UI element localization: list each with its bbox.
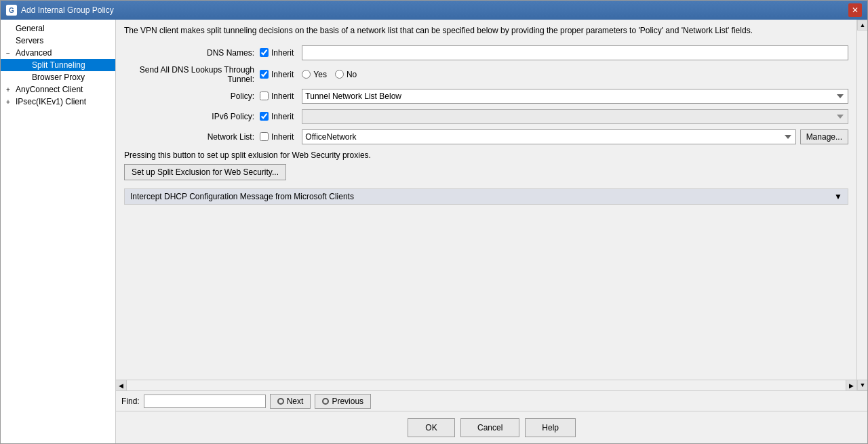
- vertical-scrollbar[interactable]: ▲ ▼: [856, 20, 867, 390]
- ipv6-policy-inherit-label: Inherit: [271, 112, 294, 121]
- expand-icon-anyconnect: +: [6, 86, 14, 94]
- next-label: Next: [287, 397, 304, 406]
- dns-names-control: Inherit: [260, 45, 848, 60]
- network-list-inherit-label: Inherit: [271, 132, 294, 142]
- bottom-area: Find: Next Previous OK Cancel Help: [116, 390, 867, 443]
- sidebar-label-servers: Servers: [16, 36, 43, 45]
- info-text: The VPN client makes split tunneling dec…: [116, 20, 856, 42]
- expand-icon-ipsec: +: [6, 98, 14, 106]
- content-with-scroll: The VPN client makes split tunneling dec…: [116, 20, 867, 390]
- sidebar-item-servers[interactable]: Servers: [1, 35, 115, 47]
- find-input[interactable]: [144, 395, 266, 408]
- policy-label: Policy:: [124, 92, 260, 101]
- previous-button[interactable]: Previous: [315, 394, 371, 409]
- sidebar-label-advanced: Advanced: [16, 48, 52, 58]
- dns-names-row: DNS Names: Inherit: [124, 45, 848, 61]
- ipv6-policy-inherit-checkbox[interactable]: [260, 112, 269, 121]
- send-all-dns-control: Inherit Yes No: [260, 70, 848, 79]
- send-all-dns-inherit-checkbox[interactable]: [260, 70, 269, 79]
- dns-names-inherit-checkbox[interactable]: [260, 48, 269, 57]
- sidebar-label-split-tunneling: Split Tunneling: [32, 60, 85, 70]
- ok-button[interactable]: OK: [408, 418, 455, 437]
- yes-label: Yes: [313, 70, 327, 79]
- policy-control: Inherit Tunnel Network List Below Exclud…: [260, 89, 848, 104]
- manage-button[interactable]: Manage...: [800, 129, 848, 144]
- sidebar-item-anyconnect[interactable]: + AnyConnect Client: [1, 83, 115, 96]
- sidebar-item-ipsec[interactable]: + IPsec(IKEv1) Client: [1, 96, 115, 108]
- scroll-track: [857, 31, 867, 380]
- no-radio-item[interactable]: No: [335, 70, 357, 79]
- policy-inherit-checkbox[interactable]: [260, 92, 269, 100]
- prev-label: Previous: [332, 397, 363, 406]
- dialog-body: General Servers − Advanced Split Tunneli…: [1, 20, 867, 443]
- horizontal-scrollbar[interactable]: ◀ ▶: [116, 380, 856, 390]
- cancel-button[interactable]: Cancel: [460, 418, 519, 437]
- split-exclusion-button[interactable]: Set up Split Exclusion for Web Security.…: [124, 164, 286, 180]
- find-bar: Find: Next Previous: [116, 390, 867, 411]
- inner-content: The VPN client makes split tunneling dec…: [116, 20, 856, 390]
- find-label: Find:: [121, 397, 140, 406]
- dns-names-label: DNS Names:: [124, 48, 260, 58]
- sidebar-item-general[interactable]: General: [1, 22, 115, 35]
- dhcp-expand-icon: ▼: [834, 192, 842, 201]
- next-button[interactable]: Next: [270, 394, 311, 409]
- help-button[interactable]: Help: [525, 418, 576, 437]
- ipv6-policy-inherit-group: Inherit: [260, 112, 294, 121]
- send-all-dns-row: Send All DNS Lookups Through Tunnel: Inh…: [124, 65, 848, 84]
- dns-names-input[interactable]: [302, 45, 848, 60]
- scroll-right-button[interactable]: ▶: [846, 380, 856, 391]
- ipv6-policy-select[interactable]: [302, 109, 848, 124]
- yes-radio-item[interactable]: Yes: [302, 70, 327, 79]
- sidebar-item-browser-proxy[interactable]: Browser Proxy: [1, 71, 115, 83]
- scroll-left-button[interactable]: ◀: [116, 380, 127, 391]
- no-label: No: [347, 70, 357, 79]
- send-all-dns-label: Send All DNS Lookups Through Tunnel:: [124, 65, 260, 84]
- sidebar-item-split-tunneling[interactable]: Split Tunneling: [1, 59, 115, 71]
- sidebar-label-anyconnect: AnyConnect Client: [16, 85, 83, 94]
- scroll-down-button[interactable]: ▼: [857, 380, 867, 390]
- scroll-up-button[interactable]: ▲: [857, 20, 867, 31]
- dhcp-header-text: Intercept DHCP Configuration Message fro…: [130, 192, 354, 201]
- dns-names-inherit-group: Inherit: [260, 48, 294, 58]
- send-all-dns-radio-group: Yes No: [302, 70, 357, 79]
- send-all-dns-inherit-label: Inherit: [271, 70, 294, 79]
- split-exclusion-section: Pressing this button to set up split exl…: [124, 150, 848, 180]
- policy-row: Policy: Inherit Tunnel Network List Belo…: [124, 88, 848, 104]
- form-area: DNS Names: Inherit Send All: [116, 42, 856, 380]
- policy-select[interactable]: Tunnel Network List Below Exclude Networ…: [302, 89, 848, 104]
- dialog-window: G Add Internal Group Policy ✕ General Se…: [0, 0, 868, 444]
- sidebar-label-general: General: [16, 24, 45, 33]
- yes-radio[interactable]: [302, 70, 311, 79]
- network-list-inherit-checkbox[interactable]: [260, 132, 269, 141]
- next-radio-circle: [277, 398, 284, 405]
- network-list-label: Network List:: [124, 132, 260, 142]
- window-title: Add Internal Group Policy: [21, 5, 114, 15]
- network-list-select[interactable]: OfficeNetwork: [302, 129, 795, 144]
- button-row: OK Cancel Help: [116, 411, 867, 443]
- network-list-inherit-group: Inherit: [260, 132, 294, 142]
- expand-icon-advanced: −: [6, 49, 14, 57]
- policy-inherit-label: Inherit: [271, 92, 294, 101]
- title-bar-left: G Add Internal Group Policy: [6, 5, 114, 16]
- ipv6-policy-control: Inherit: [260, 109, 848, 124]
- close-button[interactable]: ✕: [848, 3, 862, 17]
- prev-radio-circle: [322, 398, 329, 405]
- dhcp-section: Intercept DHCP Configuration Message fro…: [124, 188, 848, 205]
- window-icon: G: [6, 5, 17, 16]
- sidebar: General Servers − Advanced Split Tunneli…: [1, 20, 116, 443]
- network-list-row: Network List: Inherit OfficeNetwork Mana…: [124, 129, 848, 145]
- sidebar-label-browser-proxy: Browser Proxy: [32, 73, 85, 82]
- split-exclusion-description: Pressing this button to set up split exl…: [124, 150, 848, 160]
- network-list-control: Inherit OfficeNetwork Manage...: [260, 129, 848, 144]
- title-bar: G Add Internal Group Policy ✕: [1, 1, 867, 20]
- main-content: The VPN client makes split tunneling dec…: [116, 20, 867, 443]
- ipv6-policy-row: IPv6 Policy: Inherit: [124, 108, 848, 125]
- sidebar-label-ipsec: IPsec(IKEv1) Client: [16, 97, 86, 106]
- ipv6-policy-label: IPv6 Policy:: [124, 112, 260, 121]
- policy-inherit-group: Inherit: [260, 92, 294, 101]
- no-radio[interactable]: [335, 70, 344, 79]
- send-all-dns-inherit-group: Inherit: [260, 70, 294, 79]
- dhcp-header[interactable]: Intercept DHCP Configuration Message fro…: [125, 189, 848, 204]
- dns-names-inherit-label: Inherit: [271, 48, 294, 58]
- sidebar-item-advanced[interactable]: − Advanced: [1, 47, 115, 59]
